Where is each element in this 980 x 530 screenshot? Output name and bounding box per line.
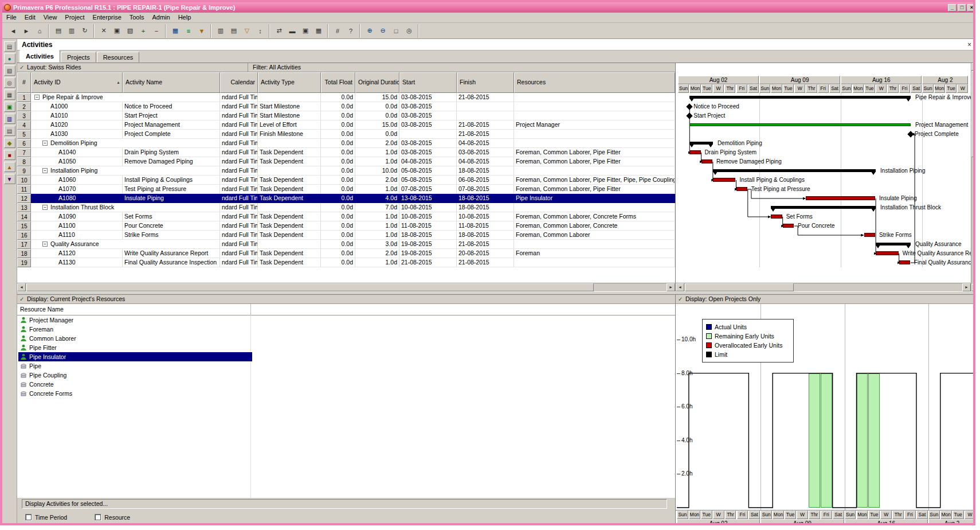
tracking-view-icon[interactable]: ◎ xyxy=(4,77,15,88)
hint-help-icon[interactable]: ? xyxy=(344,25,357,37)
scroll-down-icon[interactable]: ▼ xyxy=(971,284,975,291)
refresh-data-icon[interactable]: ↻ xyxy=(79,25,91,37)
activity-details-icon[interactable]: ▣ xyxy=(299,25,312,37)
resource-row[interactable]: Foreman xyxy=(18,325,252,334)
usage-display-bar[interactable]: ✓ Display: Open Projects Only xyxy=(676,295,975,304)
timescale-day[interactable]: Tue xyxy=(701,510,712,519)
timescale-day[interactable]: Tue xyxy=(701,84,712,93)
menu-item-enterprise[interactable]: Enterprise xyxy=(89,13,126,22)
timescale-day[interactable]: Sat xyxy=(833,510,844,519)
table-row[interactable]: 17−Quality Assurancendard Full Time0.0d3… xyxy=(17,240,675,249)
resource-row[interactable]: Project Manager xyxy=(18,315,252,325)
scroll-thumb[interactable] xyxy=(685,283,794,291)
timescale-day[interactable]: Sat xyxy=(911,84,922,93)
tab-projects[interactable]: Projects xyxy=(61,52,96,63)
timescale-day[interactable]: Fri xyxy=(899,84,910,93)
timescale-day[interactable]: Thr xyxy=(809,510,820,519)
gantt-v-scrollbar[interactable]: ▲ ▼ xyxy=(971,63,975,291)
filter-icon[interactable]: ▽ xyxy=(241,25,253,37)
table-h-scrollbar[interactable]: ◄ ► xyxy=(17,283,675,291)
column-header-num[interactable]: # xyxy=(17,72,31,93)
task-bar[interactable] xyxy=(689,150,700,154)
collapse-toggle-icon[interactable]: − xyxy=(42,168,48,173)
print-icon[interactable]: ▤ xyxy=(52,25,65,37)
timescale-day[interactable]: Mon xyxy=(689,84,700,93)
timescale-day[interactable]: Sun xyxy=(845,510,856,519)
menu-item-tools[interactable]: Tools xyxy=(126,13,148,22)
timescale-day[interactable]: Sun xyxy=(928,510,940,519)
column-header-calendar[interactable]: Calendar xyxy=(220,72,258,93)
resources-view-icon[interactable]: ● xyxy=(4,53,15,64)
scroll-left-icon[interactable]: ◄ xyxy=(17,283,26,291)
table-row[interactable]: 7A1040Drain Piping Systemndard Full Time… xyxy=(17,148,675,157)
progress-spotlight-icon[interactable]: ▼ xyxy=(195,25,208,37)
resource-row[interactable]: Pipe Coupling xyxy=(18,371,252,380)
copy-icon[interactable]: ▣ xyxy=(111,25,123,37)
expenses-view-icon[interactable]: ◆ xyxy=(4,138,15,148)
checkbox[interactable] xyxy=(95,514,101,521)
table-row[interactable]: 2A1000Notice to Proceedndard Full TimeSt… xyxy=(17,102,675,111)
scroll-thumb[interactable] xyxy=(26,283,594,291)
table-row[interactable]: 15A1100Pour Concretendard Full TimeTask … xyxy=(17,221,675,231)
timescale-day[interactable]: Mon xyxy=(689,510,700,519)
reports-view-icon[interactable]: ▧ xyxy=(4,65,15,76)
menu-item-admin[interactable]: Admin xyxy=(148,13,174,22)
timescale-day[interactable]: W xyxy=(880,510,892,519)
minimize-icon[interactable]: _ xyxy=(948,4,957,11)
timescale-week[interactable]: Aug 09 xyxy=(759,76,840,84)
resource-row[interactable]: Pipe Fitter xyxy=(18,343,252,352)
timescale-day[interactable]: Mon xyxy=(853,84,864,93)
resource-row[interactable]: Pipe Insulator xyxy=(18,352,252,361)
table-row[interactable]: 14A1090Set Formsndard Full TimeTask Depe… xyxy=(17,212,675,221)
paste-icon[interactable]: ▧ xyxy=(124,25,136,37)
timescale-day[interactable]: Mon xyxy=(934,84,945,93)
table-row[interactable]: 6−Demolition Pipingndard Full Time0.0d2.… xyxy=(17,139,675,148)
timescale-day[interactable]: Fri xyxy=(737,510,748,519)
scroll-thumb[interactable] xyxy=(971,71,975,157)
sort-icon[interactable]: ↕ xyxy=(254,25,266,37)
task-bar[interactable] xyxy=(864,233,875,237)
collapse-toggle-icon[interactable]: − xyxy=(34,95,40,100)
resource-row[interactable]: Common Laborer xyxy=(18,334,252,343)
scroll-up-icon[interactable]: ▲ xyxy=(971,63,975,71)
timescale-day[interactable]: Tue xyxy=(868,510,880,519)
activity-network-icon[interactable]: ⇄ xyxy=(273,25,285,37)
delete-icon[interactable]: − xyxy=(150,25,163,37)
print-preview-icon[interactable]: ▥ xyxy=(65,25,78,37)
resource-row[interactable]: Pipe xyxy=(18,361,252,371)
task-bar[interactable] xyxy=(736,187,747,191)
table-row[interactable]: 13−Installation Thrust Blockndard Full T… xyxy=(17,203,675,212)
timescale-day[interactable]: W xyxy=(965,510,975,519)
collapse-toggle-icon[interactable]: − xyxy=(42,141,48,146)
timescale-day[interactable]: Sun xyxy=(677,510,688,519)
timescale-day[interactable]: Sat xyxy=(748,510,760,519)
column-header-finish[interactable]: Finish xyxy=(457,72,514,93)
table-row[interactable]: 10A1060Install Piping & Couplingsndard F… xyxy=(17,176,675,185)
timescale-day[interactable]: W xyxy=(794,84,805,93)
risks-view-icon[interactable]: ▼ xyxy=(4,174,15,184)
resource-row[interactable]: Concrete xyxy=(18,380,252,389)
table-row[interactable]: 4A1020Project Managementndard Full TimeL… xyxy=(17,120,675,130)
timescale-day[interactable]: Thr xyxy=(806,84,817,93)
wbs-view-icon[interactable]: ▦ xyxy=(4,89,15,100)
timescale-day[interactable]: Fri xyxy=(818,84,829,93)
checkbox-resource[interactable]: Resource xyxy=(95,514,130,521)
timescale-week[interactable]: Aug 09 xyxy=(761,519,844,525)
column-header-original-duration[interactable]: Original Duration xyxy=(355,72,399,93)
timescale-day[interactable]: Thr xyxy=(725,510,736,519)
timescale-day[interactable]: Tue xyxy=(946,84,957,93)
column-header-total-float[interactable]: Total Float xyxy=(321,72,355,93)
timescale-icon[interactable]: ◎ xyxy=(403,25,415,37)
timescale-day[interactable]: Sun xyxy=(841,84,852,93)
forward-icon[interactable]: ► xyxy=(20,25,33,37)
table-row[interactable]: 12A1080Insulate Pipingndard Full TimeTas… xyxy=(17,194,675,203)
zoom-out-icon[interactable]: ⊖ xyxy=(377,25,389,37)
table-row[interactable]: 5A1030Project Completendard Full TimeFin… xyxy=(17,130,675,139)
documents-view-icon[interactable]: ▤ xyxy=(4,126,15,136)
timescale-day[interactable]: Mon xyxy=(857,510,868,519)
timescale-day[interactable]: Sat xyxy=(829,84,840,93)
schedule-icon[interactable]: ▦ xyxy=(169,25,182,37)
zoom-in-icon[interactable]: ⊕ xyxy=(363,25,376,37)
layout-bar[interactable]: ✓ Layout: Swiss Rides Filter: All Activi… xyxy=(17,63,675,72)
zoom-fit-icon[interactable]: □ xyxy=(390,25,402,37)
